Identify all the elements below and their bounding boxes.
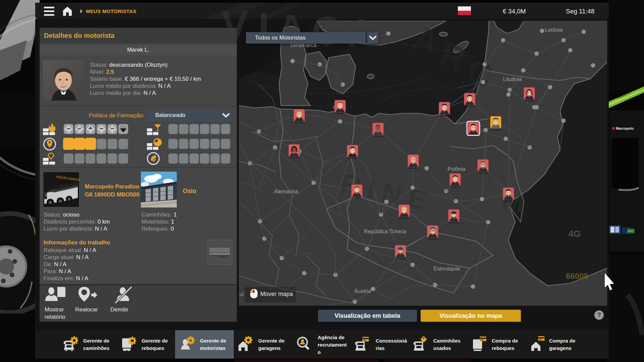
svg-text:Mover mapa: Mover mapa bbox=[260, 291, 293, 297]
svg-text:4G: 4G bbox=[568, 229, 581, 239]
svg-text:Alemanha: Alemanha bbox=[274, 189, 298, 194]
svg-text:Lituânia: Lituânia bbox=[503, 76, 522, 82]
svg-text:Eslováquia: Eslováquia bbox=[434, 266, 460, 272]
svg-text:Marcopolo: Marcopolo bbox=[616, 126, 634, 130]
svg-text:Letônia: Letônia bbox=[545, 27, 563, 33]
svg-text:Áustria: Áustria bbox=[354, 288, 371, 294]
svg-text:ANTT: ANTT bbox=[628, 230, 634, 232]
svg-text:Polônia: Polônia bbox=[447, 166, 465, 172]
svg-text:66008: 66008 bbox=[566, 272, 588, 281]
svg-text:República Tcheca: República Tcheca bbox=[364, 229, 406, 234]
svg-text:ui: ui bbox=[239, 291, 244, 297]
